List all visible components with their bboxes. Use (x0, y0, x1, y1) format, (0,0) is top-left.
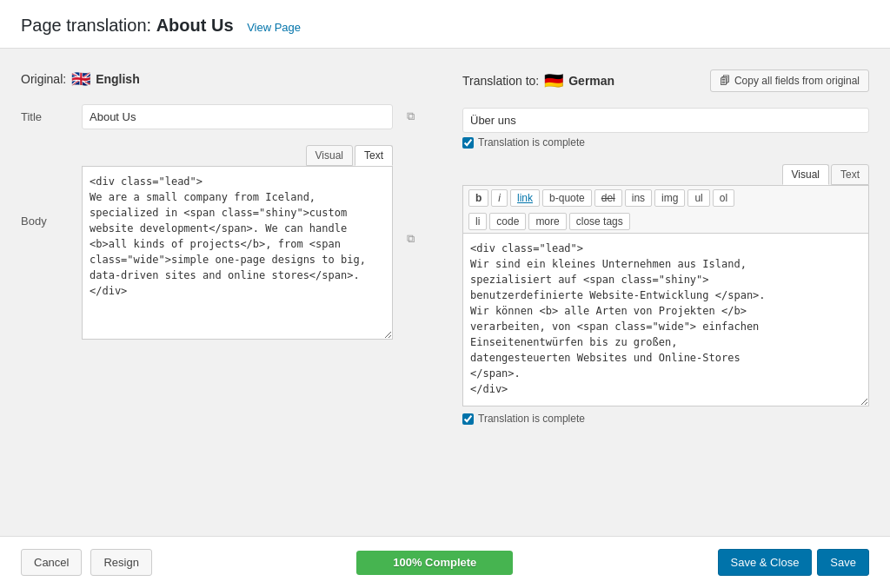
body-translation-complete-label: Translation is complete (478, 413, 585, 425)
translation-body-content: Visual Text b i link b-quote del ins img… (462, 164, 869, 425)
save-buttons: Save & Close Save (718, 549, 869, 576)
progress-bar: 100% Complete (356, 551, 513, 575)
toolbar-link-btn[interactable]: link (510, 189, 540, 207)
toolbar-img-btn[interactable]: img (654, 189, 685, 207)
toolbar-italic-btn[interactable]: i (491, 189, 508, 207)
translation-editor-toolbar-row2: li code more close tags (462, 210, 869, 233)
toolbar-ol-btn[interactable]: ol (713, 189, 734, 207)
toolbar-bquote-btn[interactable]: b-quote (542, 189, 592, 207)
original-visual-tab[interactable]: Visual (306, 145, 353, 166)
original-body-textarea[interactable] (82, 166, 393, 340)
cancel-button[interactable]: Cancel (21, 549, 82, 576)
original-header-prefix: Original: (21, 72, 66, 86)
translation-text-tab[interactable]: Text (831, 164, 869, 185)
german-flag: 🇩🇪 (544, 71, 563, 90)
translation-title-content: Translation is complete (462, 108, 869, 149)
page-header: Page translation: About Us View Page (0, 0, 890, 49)
save-button[interactable]: Save (817, 549, 869, 576)
original-body-wrapper: Visual Text (82, 145, 393, 342)
body-copy-icon[interactable]: ⧉ (393, 145, 428, 246)
translation-title-input[interactable] (462, 108, 869, 133)
title-translation-complete-checkbox[interactable] (462, 137, 474, 149)
translation-visual-tab[interactable]: Visual (782, 164, 829, 185)
title-copy-icon[interactable]: ⧉ (393, 104, 428, 123)
translation-column-header: Translation to: 🇩🇪 German 🗐 Copy all fie… (462, 69, 869, 92)
original-body-row: Body Visual Text ⧉ (21, 145, 428, 342)
progress-wrapper: 100% Complete (161, 551, 709, 575)
body-translation-complete-row: Translation is complete (462, 413, 869, 425)
translation-language: German (568, 74, 614, 88)
toolbar-more-btn[interactable]: more (528, 213, 566, 230)
view-page-link[interactable]: View Page (247, 21, 301, 34)
original-title-input[interactable] (82, 104, 393, 129)
title-label: Title (21, 104, 82, 123)
toolbar-close-tags-btn[interactable]: close tags (569, 213, 630, 230)
translation-body-textarea[interactable] (462, 233, 869, 406)
original-title-row: Title ⧉ (21, 104, 428, 129)
toolbar-li-btn[interactable]: li (468, 213, 487, 230)
page-title-prefix: Page translation: (21, 16, 151, 35)
translation-editor-toolbar: b i link b-quote del ins img ul ol (462, 185, 869, 210)
toolbar-code-btn[interactable]: code (489, 213, 526, 230)
original-column: Original: 🇬🇧 English Title ⧉ Body Visual (21, 69, 454, 515)
copy-doc-icon: 🗐 (720, 75, 730, 87)
page-title-name: About Us (156, 16, 234, 35)
body-label: Body (21, 145, 82, 228)
body-translation-complete-checkbox[interactable] (462, 413, 474, 425)
title-translation-complete-label: Translation is complete (478, 136, 585, 149)
translation-editor-tabs: Visual Text (462, 164, 869, 185)
toolbar-ins-btn[interactable]: ins (625, 189, 652, 207)
footer: Cancel Resign 100% Complete Save & Close… (0, 536, 890, 588)
title-translation-complete-row: Translation is complete (462, 136, 869, 149)
original-column-header: Original: 🇬🇧 English (21, 69, 428, 89)
original-title-input-wrapper (82, 104, 393, 129)
toolbar-del-btn[interactable]: del (594, 189, 622, 207)
english-flag: 🇬🇧 (71, 69, 90, 89)
translation-column: Translation to: 🇩🇪 German 🗐 Copy all fie… (454, 69, 869, 515)
save-close-button[interactable]: Save & Close (718, 549, 813, 576)
progress-label: 100% Complete (356, 551, 513, 575)
page-wrapper: Page translation: About Us View Page Ori… (0, 0, 890, 588)
original-editor-tabs: Visual Text (82, 145, 393, 166)
page-title: Page translation: About Us View Page (21, 16, 869, 36)
resign-button[interactable]: Resign (90, 549, 151, 576)
toolbar-bold-btn[interactable]: b (468, 189, 488, 207)
main-content: Original: 🇬🇧 English Title ⧉ Body Visual (0, 49, 890, 515)
original-text-tab[interactable]: Text (355, 145, 393, 166)
translation-header-prefix: Translation to: (462, 74, 539, 88)
translation-body-row: Visual Text b i link b-quote del ins img… (462, 164, 869, 425)
toolbar-ul-btn[interactable]: ul (687, 189, 709, 207)
copy-all-fields-label: Copy all fields from original (734, 75, 860, 87)
translation-title-row: Translation is complete (462, 108, 869, 149)
copy-all-fields-button[interactable]: 🗐 Copy all fields from original (710, 69, 869, 92)
original-language: English (96, 72, 140, 86)
